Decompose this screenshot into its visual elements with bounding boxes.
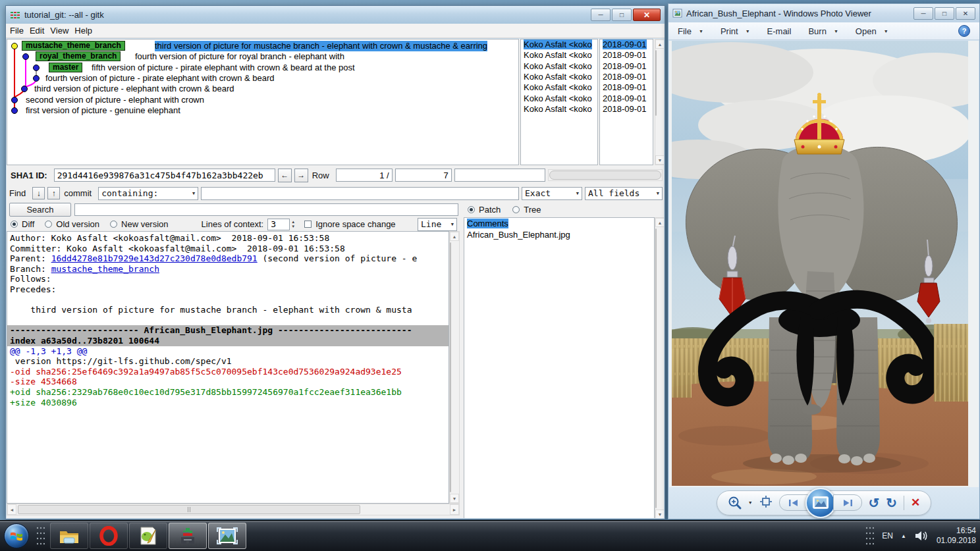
spin-down-icon[interactable]: ▼ xyxy=(291,224,295,229)
commit-message[interactable]: third version of picture for mustache br… xyxy=(155,41,487,51)
taskbar-explorer-button[interactable] xyxy=(50,523,88,549)
scroll-down-icon[interactable]: ▼ xyxy=(655,155,664,165)
row-current-field[interactable] xyxy=(336,169,393,182)
delete-button[interactable]: ✕ xyxy=(911,496,920,510)
gitk-menu-view[interactable]: View xyxy=(50,24,74,37)
commit-details-pane[interactable]: Author: Koko Asfalt <kokoasfalt@mail.com… xyxy=(7,231,449,504)
pv-menu-burn[interactable]: Burn▼ xyxy=(808,26,838,36)
commit-row[interactable]: royal_theme_branch fourth version of pic… xyxy=(7,51,518,62)
lines-of-context-value[interactable]: 3 xyxy=(267,219,290,230)
search-input[interactable] xyxy=(74,203,458,216)
ignore-space-checkbox[interactable] xyxy=(304,221,312,228)
scroll-up-icon[interactable]: ▲ xyxy=(655,39,664,49)
gitk-close-button[interactable]: ✕ xyxy=(633,9,661,21)
history-back-button[interactable]: ← xyxy=(278,169,292,182)
commit-message[interactable]: first version of picture - genuine eleph… xyxy=(26,105,180,116)
file-list-item-comments[interactable]: Comments xyxy=(464,218,654,229)
photo-viewer-titlebar[interactable]: African_Bush_Elephant - Windows Photo Vi… xyxy=(668,4,979,22)
commit-row[interactable]: master fifth version of picture - pirate… xyxy=(7,63,518,73)
zoom-button[interactable]: ▼ xyxy=(728,496,753,510)
match-mode-dropdown[interactable]: Exact ▼ xyxy=(522,187,582,200)
author-pane[interactable]: Koko Asfalt <koko Koko Asfalt <koko Koko… xyxy=(520,39,598,165)
find-prev-button[interactable]: ↑ xyxy=(47,187,60,199)
row-extra-field[interactable] xyxy=(454,169,545,182)
new-version-radio[interactable] xyxy=(110,221,117,228)
branch-label-master[interactable]: master xyxy=(49,63,82,72)
previous-button[interactable] xyxy=(779,494,808,511)
commit-row[interactable]: first version of picture - genuine eleph… xyxy=(7,105,518,116)
gitk-menu-help[interactable]: Help xyxy=(74,24,98,37)
commit-list-scrollbar[interactable]: ▲ ▼ xyxy=(655,39,664,165)
details-scrollbar[interactable]: ▲ ▼ xyxy=(449,231,460,504)
commit-message[interactable]: fourth version of picture for royal bran… xyxy=(135,51,344,62)
fields-dropdown[interactable]: All fields ▼ xyxy=(585,187,663,200)
commit-row[interactable]: second version of picture - elephant wit… xyxy=(7,95,518,105)
taskbar-gitgui-button[interactable] xyxy=(169,523,207,549)
taskbar-clock[interactable]: 16:54 01.09.2018 xyxy=(937,526,976,546)
scroll-down-icon[interactable]: ▼ xyxy=(450,494,459,503)
commit-message[interactable]: fourth version of picture - pirate eleph… xyxy=(45,73,275,84)
commit-row[interactable]: fourth version of picture - pirate eleph… xyxy=(7,73,518,84)
pv-menu-email[interactable]: E-mail xyxy=(767,26,792,36)
commit-graph-pane[interactable]: mustache_theme_branch third version of p… xyxy=(7,39,519,165)
pv-minimize-button[interactable]: ─ xyxy=(913,7,933,20)
commit-row[interactable]: third version of picture - elephant with… xyxy=(7,84,518,94)
taskbar-opera-button[interactable] xyxy=(90,523,128,549)
history-forward-button[interactable]: → xyxy=(294,169,308,182)
spin-up-icon[interactable]: ▲ xyxy=(291,220,295,224)
rotate-cw-button[interactable]: ↻ xyxy=(886,496,897,510)
rotate-ccw-button[interactable]: ↺ xyxy=(869,496,880,510)
language-indicator[interactable]: EN xyxy=(882,531,893,540)
pv-menu-open[interactable]: Open▼ xyxy=(856,26,888,36)
branch-label-royal[interactable]: royal_theme_branch xyxy=(36,51,121,61)
find-next-button[interactable]: ↓ xyxy=(32,187,45,199)
branch-label-mustache[interactable]: mustache_theme_branch xyxy=(22,41,125,51)
tree-radio[interactable] xyxy=(512,206,520,213)
taskbar-grip[interactable] xyxy=(36,525,45,547)
line-mode-dropdown[interactable]: Line ▼ xyxy=(418,218,457,231)
commit-message[interactable]: second version of picture - elephant wit… xyxy=(26,95,204,105)
scrollbar-thumb[interactable] xyxy=(549,171,662,180)
gitk-maximize-button[interactable]: □ xyxy=(612,9,632,21)
commit-message[interactable]: third version of picture - elephant with… xyxy=(34,84,234,94)
details-hscrollbar[interactable]: ◄ ► xyxy=(7,504,460,515)
gitk-minimize-button[interactable]: ─ xyxy=(591,9,611,21)
scroll-up-icon[interactable]: ▲ xyxy=(450,232,459,241)
gitk-menu-file[interactable]: File xyxy=(10,24,30,37)
old-version-radio[interactable] xyxy=(45,221,52,228)
tray-grip-icon[interactable] xyxy=(865,525,874,547)
file-list-scrollbar[interactable]: ▲ ▼ xyxy=(655,217,664,518)
pv-help-button[interactable]: ? xyxy=(958,25,970,37)
scroll-up-icon[interactable]: ▲ xyxy=(655,218,664,227)
commit-message[interactable]: fifth version of picture - pirate elepha… xyxy=(92,63,355,73)
date-pane[interactable]: 2018-09-01 2018-09-01 2018-09-01 2018-09… xyxy=(599,39,653,165)
gitk-menu-edit[interactable]: Edit xyxy=(30,24,50,37)
scrollbar-thumb[interactable] xyxy=(18,505,360,514)
actual-size-button[interactable] xyxy=(759,495,773,511)
next-button[interactable] xyxy=(833,494,862,511)
pv-maximize-button[interactable]: □ xyxy=(935,7,954,20)
lines-of-context-spinner[interactable]: 3 ▲ ▼ xyxy=(267,219,295,230)
scroll-down-icon[interactable]: ▼ xyxy=(655,510,664,518)
file-list-item[interactable]: African_Bush_Elephant.jpg xyxy=(464,229,654,240)
scrollbar-thumb[interactable] xyxy=(655,50,657,116)
branch-link[interactable]: mustache_theme_branch xyxy=(51,264,159,274)
pv-menu-file[interactable]: File▼ xyxy=(678,26,703,36)
scroll-right-icon[interactable]: ► xyxy=(450,504,459,515)
gitk-titlebar[interactable]: tutorial_git: --all - gitk ─ □ ✕ xyxy=(6,6,665,24)
commit-row[interactable]: mustache_theme_branch third version of p… xyxy=(7,41,518,51)
play-slideshow-button[interactable] xyxy=(805,488,836,518)
diff-radio[interactable] xyxy=(11,221,18,228)
scrollbar-thumb[interactable] xyxy=(450,242,451,492)
parent-sha-link[interactable]: 16dd4278e81b7929e143d27c230d78e0d8edb791 xyxy=(51,253,258,263)
volume-icon[interactable] xyxy=(914,530,929,542)
file-list-pane[interactable]: Comments African_Bush_Elephant.jpg xyxy=(464,217,655,518)
show-hidden-icons-button[interactable]: ▲ xyxy=(901,533,906,539)
taskbar-notepadpp-button[interactable] xyxy=(129,523,167,549)
find-text-input[interactable] xyxy=(201,187,519,200)
row-total-field[interactable] xyxy=(395,169,452,182)
commit-list-hscrollbar[interactable] xyxy=(548,169,663,181)
search-button[interactable]: Search xyxy=(9,203,71,217)
patch-radio[interactable] xyxy=(468,206,475,213)
sha1-input[interactable] xyxy=(54,169,275,182)
